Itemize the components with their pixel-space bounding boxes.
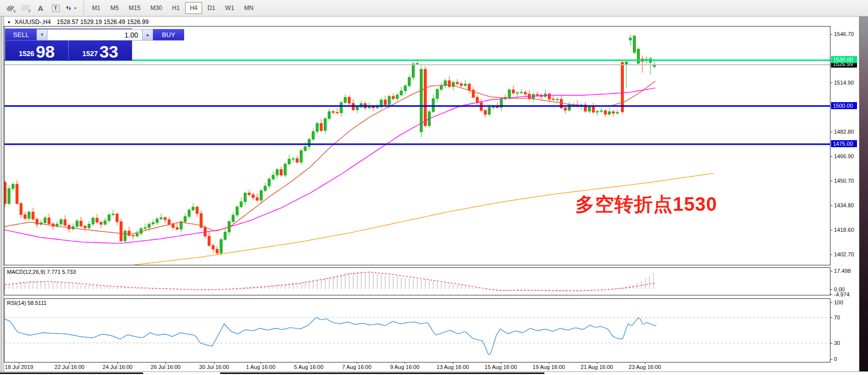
axis-tick (830, 271, 832, 271)
axis-tick (830, 230, 832, 230)
axis-tick (830, 317, 832, 318)
timeframe-button-m30[interactable]: M30 (146, 2, 167, 14)
rsi-axis-label: 0 (834, 356, 837, 362)
time-axis-label: 9 Aug 16:00 (390, 364, 420, 370)
volume-increase-button[interactable]: ▲ (142, 29, 153, 41)
time-axis-tick (645, 362, 645, 364)
rsi-canvas[interactable] (5, 299, 830, 362)
volume-input[interactable] (48, 29, 142, 41)
buy-button[interactable]: BUY (153, 29, 184, 41)
volume-decrease-button[interactable]: ▼ (37, 29, 48, 41)
price-chart-panel[interactable] (4, 26, 830, 265)
sell-button[interactable]: SELL (6, 29, 37, 41)
timeframe-button-m15[interactable]: M15 (124, 2, 145, 14)
price-chart-canvas[interactable] (5, 27, 830, 265)
time-axis-tick (19, 362, 20, 364)
macd-label: MACD(12,26,9) 7.771 5.733 (7, 269, 76, 275)
tool-subscript: E (14, 9, 16, 14)
bid-price-major: 1526 (19, 50, 35, 60)
axis-tick (830, 359, 832, 359)
chart-title-row: ▲ XAUUSD-,H4 1528.57 1529.19 1526.49 152… (7, 18, 149, 26)
axis-tick (830, 34, 832, 35)
time-axis-tick (118, 362, 118, 364)
timeframe-button-d1[interactable]: D1 (203, 2, 220, 14)
axis-tick (830, 205, 832, 206)
time-axis-tick (70, 362, 70, 364)
timeframe-button-h4[interactable]: H4 (185, 2, 202, 14)
macd-axis-label: -4.974 (834, 291, 849, 297)
window-bottom-edge (0, 371, 868, 375)
time-axis-tick (357, 362, 357, 364)
price-axis-label: 1434.80 (834, 202, 854, 208)
time-axis-tick (597, 362, 597, 364)
price-axis-label: 1466.90 (834, 153, 854, 159)
time-axis-tick (166, 362, 166, 364)
time-axis-label: 26 Jul 16:00 (151, 364, 181, 370)
price-axis-label: 1450.70 (834, 178, 854, 184)
collapse-triangle-icon[interactable]: ▲ (7, 20, 11, 24)
ask-price[interactable]: 1527 33 (69, 41, 132, 61)
ask-price-major: 1527 (83, 50, 98, 60)
bottom-edge-segment (0, 372, 143, 374)
bottom-edge-segment (220, 372, 544, 374)
timeframe-button-m5[interactable]: M5 (106, 2, 124, 14)
timeframe-button-w1[interactable]: W1 (221, 2, 239, 14)
time-axis-label: 15 Aug 16:00 (485, 364, 517, 370)
price-badge-1500-00: 1500.00 (831, 102, 857, 109)
textbox-tool-icon[interactable]: T (49, 2, 62, 15)
price-axis-label: 1418.60 (834, 227, 854, 233)
arrange-arrows-tool-icon[interactable]: ▾ (64, 2, 77, 15)
drawing-tools-group: EFAT▾ (4, 2, 79, 15)
time-axis-label: 1 Aug 16:00 (246, 364, 276, 370)
axis-tick (830, 132, 832, 132)
time-axis-tick (549, 362, 549, 364)
grid-study-tool-icon[interactable]: F (19, 2, 32, 15)
toolbar-separator (82, 2, 85, 15)
price-axis-label: 1402.70 (834, 251, 854, 257)
time-axis-tick (405, 362, 405, 364)
rsi-indicator-panel[interactable]: RSI(14) 58.5111 (4, 298, 830, 362)
desktop-background-strip (859, 17, 868, 375)
time-axis[interactable]: 18 Jul 201922 Jul 16:0024 Jul 16:0026 Ju… (4, 362, 830, 371)
time-axis-label: 24 Jul 16:00 (103, 364, 133, 370)
price-axis[interactable]: 1546.701514.901482.801466.901450.701434.… (830, 17, 859, 371)
macd-axis-label: 17.498 (834, 268, 851, 274)
price-axis-label: 1482.80 (834, 129, 854, 135)
main-toolbar: EFAT▾ M1M5M15M30H1H4D1W1MN (0, 0, 868, 17)
bid-price[interactable]: 1526 98 (6, 41, 68, 61)
timeframe-button-h1[interactable]: H1 (168, 2, 184, 14)
timeframe-buttons-group: M1M5M15M30H1H4D1W1MN (88, 2, 259, 14)
letter-a-glyph: A (38, 4, 44, 13)
time-axis-tick (453, 362, 453, 364)
axis-tick (830, 302, 832, 303)
chart-ohlc-values: 1528.57 1529.19 1526.49 1526.99 (57, 19, 149, 26)
time-axis-label: 5 Aug 16:00 (294, 364, 324, 370)
time-axis-tick (261, 362, 261, 364)
axis-tick (830, 83, 832, 83)
timeframe-button-mn[interactable]: MN (240, 2, 258, 14)
time-axis-label: 21 Aug 16:00 (581, 364, 613, 370)
metatrader-window: EFAT▾ M1M5M15M30H1H4D1W1MN ▲ XAUUSD-,H4 … (0, 0, 868, 375)
text-label-tool-icon[interactable]: A (34, 2, 47, 15)
time-axis-label: 30 Jul 16:00 (199, 364, 229, 370)
rsi-label: RSI(14) 58.5111 (7, 300, 47, 306)
axis-tick (830, 254, 832, 255)
time-axis-label: 23 Aug 16:00 (629, 364, 661, 370)
chart-symbol-title: XAUUSD-,H4 (15, 19, 51, 26)
price-axis-label: 1514.90 (834, 80, 854, 86)
price-badge-1475-00: 1475.00 (831, 140, 857, 147)
axis-tick (830, 289, 832, 290)
time-axis-label: 7 Aug 16:00 (342, 364, 372, 370)
rsi-axis-label: 70 (834, 314, 840, 320)
polyline-study-tool-icon[interactable]: E (4, 2, 17, 15)
chart-text-annotation[interactable]: 多空转折点1530 (575, 192, 717, 217)
timeframe-button-m1[interactable]: M1 (88, 2, 105, 14)
time-axis-border (0, 371, 859, 372)
macd-canvas[interactable] (5, 268, 830, 295)
time-axis-label: 22 Jul 16:00 (55, 364, 85, 370)
rsi-axis-label: 30 (834, 340, 840, 346)
time-axis-label: 19 Aug 16:00 (533, 364, 565, 370)
macd-indicator-panel[interactable]: MACD(12,26,9) 7.771 5.733 (4, 267, 830, 295)
axis-tick (830, 181, 832, 181)
tool-subscript: F (29, 9, 31, 14)
